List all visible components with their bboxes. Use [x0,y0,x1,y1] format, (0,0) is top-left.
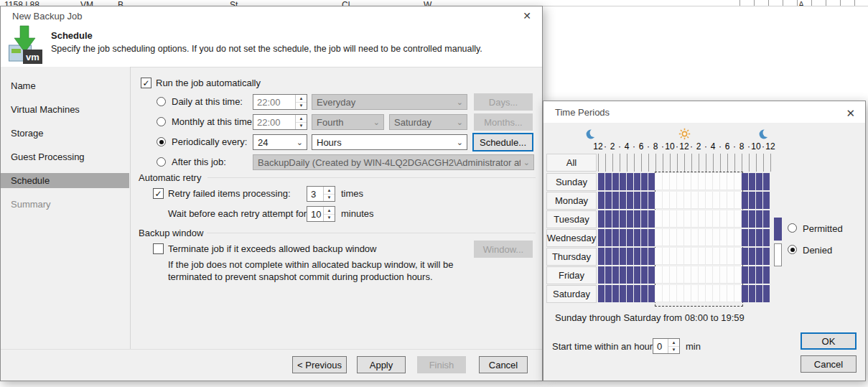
day-button-tuesday[interactable]: Tuesday [546,210,597,228]
time-cell[interactable] [627,192,634,209]
time-cell[interactable] [727,210,734,228]
time-cell[interactable] [749,229,756,246]
sidebar-item-guest-processing[interactable]: Guest Processing [1,149,129,164]
time-cell[interactable] [684,248,691,265]
time-cell[interactable] [691,192,699,209]
time-cell[interactable] [612,285,620,302]
time-cell[interactable] [620,266,627,284]
day-button-saturday[interactable]: Saturday [546,285,597,303]
close-icon[interactable]: ✕ [523,10,531,22]
time-cell[interactable] [699,173,706,190]
time-cell[interactable] [684,285,691,302]
time-cell[interactable] [749,192,756,209]
time-cell[interactable] [605,210,612,228]
time-cell[interactable] [756,173,763,190]
time-cell[interactable] [634,229,641,246]
time-cell[interactable] [612,192,620,209]
time-cell[interactable] [655,285,663,302]
time-cell[interactable] [648,266,655,284]
time-cell[interactable] [620,210,627,228]
time-cell[interactable] [749,210,756,228]
interval-unit-combo[interactable]: Hours⌄ [312,134,467,150]
time-cell[interactable] [655,248,663,265]
time-cell[interactable] [634,173,641,190]
time-cell[interactable] [691,210,699,228]
time-cell[interactable] [655,229,663,246]
time-cell[interactable] [706,192,713,209]
time-cell[interactable] [742,229,749,246]
time-cell[interactable] [612,173,620,190]
time-cell[interactable] [720,266,727,284]
time-cell[interactable] [699,266,706,284]
time-cell[interactable] [691,248,699,265]
daily-radio[interactable] [157,97,166,106]
time-cell[interactable] [641,210,648,228]
close-icon[interactable]: ✕ [846,107,855,120]
time-cell[interactable] [706,266,713,284]
start-time-spinner[interactable]: 0 ▲▼ [653,338,680,354]
spinner-arrows[interactable]: ▲▼ [295,95,307,109]
sidebar-item-schedule[interactable]: Schedule [1,173,129,188]
spinner-arrows[interactable]: ▲▼ [295,115,307,129]
time-cell[interactable] [763,229,770,246]
time-cell[interactable] [620,285,627,302]
time-cell[interactable] [627,210,634,228]
time-cell[interactable] [749,266,756,284]
time-cell[interactable] [713,266,720,284]
time-cell[interactable] [742,173,749,190]
time-cell[interactable] [677,210,684,228]
time-cell[interactable] [727,192,734,209]
time-cell[interactable] [734,210,742,228]
daily-time-spinner[interactable]: 22:00 ▲▼ [253,94,307,110]
time-cell[interactable] [720,285,727,302]
tp-cancel-button[interactable]: Cancel [801,355,857,373]
time-cell[interactable] [727,266,734,284]
time-cell[interactable] [627,266,634,284]
time-cell[interactable] [648,192,655,209]
time-cell[interactable] [612,266,620,284]
time-cell[interactable] [713,173,720,190]
spinner-arrows[interactable]: ▲▼ [668,339,679,353]
time-cell[interactable] [641,285,648,302]
time-cell[interactable] [713,285,720,302]
time-cell[interactable] [634,248,641,265]
time-cell[interactable] [655,173,663,190]
time-cell[interactable] [699,248,706,265]
time-cell[interactable] [749,173,756,190]
time-cell[interactable] [734,248,742,265]
time-cell[interactable] [670,210,677,228]
time-cell[interactable] [605,192,612,209]
time-cell[interactable] [756,248,763,265]
time-cell[interactable] [699,192,706,209]
time-cell[interactable] [763,173,770,190]
time-cell[interactable] [742,248,749,265]
retry-count-spinner[interactable]: 3 ▲▼ [307,186,335,202]
schedule-button[interactable]: Schedule... [472,133,533,151]
time-cell[interactable] [756,266,763,284]
time-cell[interactable] [734,173,742,190]
time-cell[interactable] [648,210,655,228]
time-cell[interactable] [648,248,655,265]
time-cell[interactable] [598,192,605,209]
time-cell[interactable] [706,210,713,228]
monthly-radio[interactable] [157,117,166,126]
time-cell[interactable] [742,266,749,284]
apply-button[interactable]: Apply [357,356,406,373]
time-cell[interactable] [756,285,763,302]
time-cell[interactable] [734,285,742,302]
time-cell[interactable] [763,285,770,302]
time-cell[interactable] [706,248,713,265]
day-button-monday[interactable]: Monday [546,192,597,210]
retry-checkbox[interactable]: ✓ [153,188,164,199]
time-cell[interactable] [598,248,605,265]
time-cell[interactable] [663,285,670,302]
time-cell[interactable] [749,248,756,265]
time-cell[interactable] [670,192,677,209]
time-cell[interactable] [612,210,620,228]
time-cell[interactable] [670,229,677,246]
time-cell[interactable] [648,285,655,302]
time-cell[interactable] [634,210,641,228]
sidebar-item-storage[interactable]: Storage [1,126,129,141]
time-cell[interactable] [620,248,627,265]
time-cell[interactable] [620,173,627,190]
